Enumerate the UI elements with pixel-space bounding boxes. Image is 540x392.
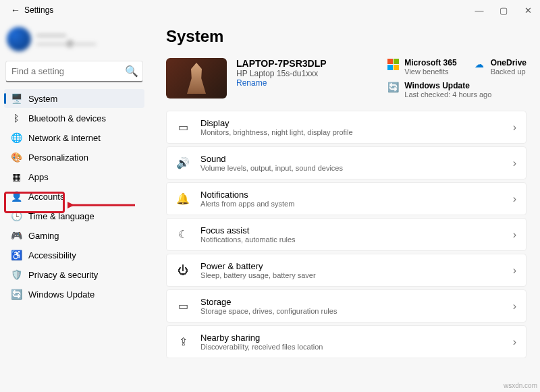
settings-card-storage[interactable]: ▭StorageStorage space, drives, configura… bbox=[166, 289, 526, 323]
status-ms365[interactable]: Microsoft 365View benefits bbox=[387, 58, 456, 76]
settings-card-nearby-sharing[interactable]: ⇪Nearby sharingDiscoverability, received… bbox=[166, 325, 526, 358]
onedrive-sub: Backed up bbox=[491, 67, 526, 76]
sidebar-item-network-internet[interactable]: 🌐Network & internet bbox=[4, 128, 144, 147]
rename-link[interactable]: Rename bbox=[236, 78, 327, 88]
avatar bbox=[7, 27, 31, 51]
card-subtitle: Monitors, brightness, night light, displ… bbox=[200, 128, 502, 136]
card-subtitle: Storage space, drives, configuration rul… bbox=[200, 307, 502, 315]
nav-icon: 👤 bbox=[11, 191, 22, 202]
card-icon: ☾ bbox=[176, 228, 190, 241]
chevron-right-icon: › bbox=[513, 229, 516, 241]
sidebar-item-label: System bbox=[28, 94, 57, 104]
sidebar-item-label: Accounts bbox=[28, 192, 64, 202]
settings-card-sound[interactable]: 🔊SoundVolume levels, output, input, soun… bbox=[166, 146, 526, 179]
card-title: Nearby sharing bbox=[200, 333, 502, 343]
chevron-right-icon: › bbox=[513, 264, 516, 277]
profile-name: ———— bbox=[36, 31, 96, 39]
settings-card-power-battery[interactable]: ⏻Power & batterySleep, battery usage, ba… bbox=[166, 254, 526, 287]
maximize-button[interactable]: ▢ bbox=[491, 5, 516, 16]
nav-icon: ᛒ bbox=[11, 113, 22, 123]
chevron-right-icon: › bbox=[513, 193, 516, 205]
sidebar-item-gaming[interactable]: 🎮Gaming bbox=[4, 226, 144, 245]
chevron-right-icon: › bbox=[513, 157, 516, 169]
card-subtitle: Volume levels, output, input, sound devi… bbox=[200, 164, 502, 172]
sidebar-item-system[interactable]: 🖥️System bbox=[4, 89, 144, 108]
back-button[interactable]: ← bbox=[7, 5, 24, 16]
card-title: Notifications bbox=[200, 190, 502, 200]
window-title: Settings bbox=[24, 5, 467, 15]
update-icon: 🔄 bbox=[387, 81, 399, 93]
onedrive-icon: ☁ bbox=[473, 58, 485, 70]
nav-icon: 🎨 bbox=[11, 152, 22, 163]
card-subtitle: Notifications, automatic rules bbox=[200, 235, 502, 244]
card-icon: 🔊 bbox=[176, 157, 190, 169]
ms365-sub: View benefits bbox=[404, 67, 456, 76]
nav-icon: 🎮 bbox=[11, 230, 22, 241]
card-icon: 🔔 bbox=[176, 192, 190, 205]
sidebar-item-apps[interactable]: ▦Apps bbox=[4, 167, 144, 186]
nav-icon: 🖥️ bbox=[11, 93, 22, 104]
chevron-right-icon: › bbox=[513, 121, 516, 134]
settings-card-notifications[interactable]: 🔔NotificationsAlerts from apps and syste… bbox=[166, 182, 526, 215]
device-hero-tile bbox=[166, 58, 227, 99]
sidebar-item-privacy-security[interactable]: 🛡️Privacy & security bbox=[4, 265, 144, 284]
profile-block[interactable]: ———— ————@——— bbox=[4, 24, 144, 58]
nav-icon: ♿ bbox=[11, 250, 22, 260]
profile-email: ————@——— bbox=[36, 39, 96, 47]
chevron-right-icon: › bbox=[513, 300, 516, 312]
sidebar-item-label: Apps bbox=[28, 172, 49, 182]
search-icon: 🔍 bbox=[125, 65, 138, 78]
ms365-icon bbox=[387, 58, 399, 70]
device-name: LAPTOP-7PSR3DLP bbox=[236, 58, 327, 69]
minimize-button[interactable]: — bbox=[467, 5, 491, 16]
nav-icon: 🛡️ bbox=[11, 269, 22, 280]
card-icon: ▭ bbox=[176, 121, 190, 134]
status-grid: Microsoft 365View benefits ☁ OneDriveBac… bbox=[387, 58, 526, 99]
onedrive-label: OneDrive bbox=[491, 58, 526, 67]
sidebar-item-label: Personalization bbox=[28, 152, 88, 163]
device-model: HP Laptop 15s-du1xxx bbox=[236, 69, 327, 78]
update-sub: Last checked: 4 hours ago bbox=[404, 90, 491, 99]
titlebar: ← Settings — ▢ ✕ bbox=[0, 0, 540, 20]
card-title: Focus assist bbox=[200, 225, 502, 235]
card-title: Sound bbox=[200, 154, 502, 164]
update-label: Windows Update bbox=[404, 81, 491, 90]
sidebar-item-label: Windows Update bbox=[28, 289, 94, 300]
sidebar-item-accounts[interactable]: 👤Accounts bbox=[4, 187, 144, 206]
card-title: Storage bbox=[200, 297, 502, 307]
sidebar-item-bluetooth-devices[interactable]: ᛒBluetooth & devices bbox=[4, 109, 144, 128]
card-icon: ▭ bbox=[176, 300, 190, 312]
sidebar-item-label: Gaming bbox=[28, 231, 59, 241]
settings-card-focus-assist[interactable]: ☾Focus assistNotifications, automatic ru… bbox=[166, 218, 526, 251]
sidebar-item-label: Time & language bbox=[28, 211, 94, 221]
card-icon: ⏻ bbox=[176, 264, 190, 277]
sidebar-item-label: Bluetooth & devices bbox=[28, 113, 106, 123]
status-update[interactable]: 🔄 Windows UpdateLast checked: 4 hours ag… bbox=[387, 81, 526, 99]
sidebar-item-windows-update[interactable]: 🔄Windows Update bbox=[4, 285, 144, 304]
card-title: Power & battery bbox=[200, 261, 502, 271]
nav-icon: 🌐 bbox=[11, 132, 22, 143]
sidebar-item-label: Accessibility bbox=[28, 250, 76, 260]
sidebar-item-label: Network & internet bbox=[28, 133, 101, 143]
sidebar: ———— ————@——— 🔍 🖥️SystemᛒBluetooth & dev… bbox=[0, 20, 148, 392]
nav-icon: 🕒 bbox=[11, 211, 22, 221]
card-title: Display bbox=[200, 118, 502, 128]
card-subtitle: Discoverability, received files location bbox=[200, 343, 502, 351]
sidebar-item-accessibility[interactable]: ♿Accessibility bbox=[4, 246, 144, 264]
close-button[interactable]: ✕ bbox=[516, 5, 540, 16]
card-subtitle: Sleep, battery usage, battery saver bbox=[200, 271, 502, 279]
page-title: System bbox=[166, 27, 526, 46]
sidebar-item-label: Privacy & security bbox=[28, 270, 98, 280]
sidebar-item-time-language[interactable]: 🕒Time & language bbox=[4, 206, 144, 225]
card-icon: ⇪ bbox=[176, 335, 190, 348]
ms365-label: Microsoft 365 bbox=[404, 58, 456, 67]
chevron-right-icon: › bbox=[513, 336, 516, 348]
nav-icon: 🔄 bbox=[11, 289, 22, 300]
card-subtitle: Alerts from apps and system bbox=[200, 200, 502, 208]
watermark: wsxdn.com bbox=[504, 382, 537, 389]
search-box[interactable]: 🔍 bbox=[5, 61, 143, 82]
settings-card-display[interactable]: ▭DisplayMonitors, brightness, night ligh… bbox=[166, 111, 526, 144]
status-onedrive[interactable]: ☁ OneDriveBacked up bbox=[473, 58, 526, 76]
search-input[interactable] bbox=[11, 66, 125, 76]
sidebar-item-personalization[interactable]: 🎨Personalization bbox=[4, 148, 144, 167]
